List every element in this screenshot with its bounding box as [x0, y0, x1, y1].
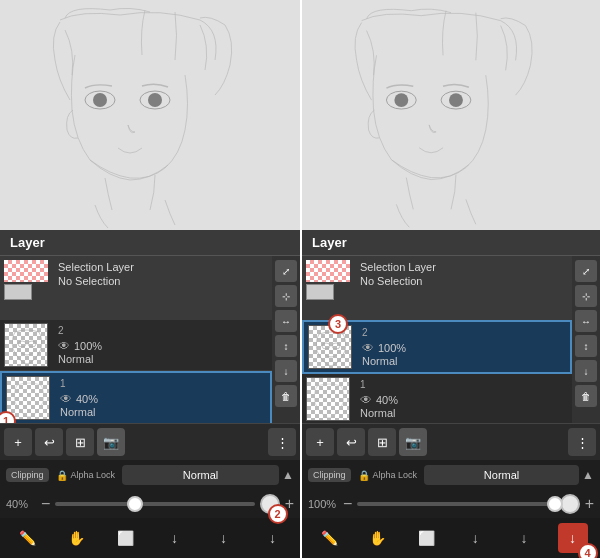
- left-icon-transform[interactable]: ⊹: [275, 285, 297, 307]
- right-plus-icon[interactable]: +: [585, 495, 594, 513]
- right-layer1-thumb: [306, 377, 350, 421]
- right-toolbar-more[interactable]: ⋮: [568, 428, 596, 456]
- left-canvas: [0, 0, 300, 230]
- left-icon-fliph[interactable]: ↔: [275, 310, 297, 332]
- svg-point-3: [148, 93, 162, 107]
- right-action-down2[interactable]: ↓: [509, 523, 539, 553]
- right-blend-mode[interactable]: Normal: [424, 465, 579, 485]
- svg-point-4: [18, 341, 26, 347]
- right-selection-sub: No Selection: [360, 274, 568, 288]
- right-radio-circle[interactable]: [560, 494, 580, 514]
- right-layer-list[interactable]: Selection Layer No Selection 3: [302, 256, 572, 423]
- right-layer-panel: Layer Selection Layer No Selection: [302, 230, 600, 460]
- right-minus-icon[interactable]: −: [343, 495, 352, 513]
- right-action-brush[interactable]: ✏️: [314, 523, 344, 553]
- left-layer-list[interactable]: Selection Layer No Selection: [0, 256, 272, 423]
- right-icon-trash[interactable]: 🗑: [575, 385, 597, 407]
- left-opacity-slider[interactable]: [55, 502, 254, 506]
- right-toolbar-arrow[interactable]: ↩: [337, 428, 365, 456]
- left-opacity-thumb[interactable]: [127, 496, 143, 512]
- right-layer1-thumb-svg: [307, 378, 350, 421]
- left-layer-toolbar: + ↩ ⊞ 📷 ⋮: [0, 423, 300, 460]
- right-layer1[interactable]: 1 👁 40% Normal: [302, 374, 572, 423]
- right-selection-thumb-bottom: [306, 284, 334, 300]
- right-action-smudge[interactable]: ✋: [363, 523, 393, 553]
- right-toolbar-addsq[interactable]: ⊞: [368, 428, 396, 456]
- right-icon-transform[interactable]: ⊹: [575, 285, 597, 307]
- left-layer2-eye: 👁: [58, 339, 70, 353]
- left-icon-move[interactable]: ⤢: [275, 260, 297, 282]
- right-layer2-props: 👁 100%: [362, 341, 566, 355]
- left-layer1[interactable]: 1 1 👁 40%: [0, 371, 272, 423]
- right-badge4-container: ↓ 4: [558, 523, 588, 553]
- right-right-icons: ⤢ ⊹ ↔ ↕ ↓ 🗑: [572, 256, 600, 423]
- left-selection-info: Selection Layer No Selection: [58, 260, 268, 289]
- right-icon-move[interactable]: ⤢: [575, 260, 597, 282]
- right-canvas: [302, 0, 600, 230]
- right-layer2-opacity: 100%: [378, 342, 406, 354]
- right-action-eraser[interactable]: ⬜: [412, 523, 442, 553]
- svg-point-10: [322, 343, 330, 349]
- left-bottom-toolbar: Clipping 🔒 Alpha Lock Normal ▲: [0, 460, 300, 490]
- left-chevron-up[interactable]: ▲: [282, 468, 294, 482]
- left-minus-icon[interactable]: −: [41, 495, 50, 513]
- left-icon-down[interactable]: ↓: [275, 360, 297, 382]
- left-icon-flipv[interactable]: ↕: [275, 335, 297, 357]
- left-action-down1[interactable]: ↓: [160, 523, 190, 553]
- right-action-down1[interactable]: ↓: [460, 523, 490, 553]
- left-toolbar-add[interactable]: +: [4, 428, 32, 456]
- left-toolbar-arrow[interactable]: ↩: [35, 428, 63, 456]
- right-selection-layer[interactable]: Selection Layer No Selection: [302, 256, 572, 320]
- right-icon-down[interactable]: ↓: [575, 360, 597, 382]
- right-icon-flipv[interactable]: ↕: [575, 335, 597, 357]
- right-layer2-eye: 👁: [362, 341, 374, 355]
- right-layer2-info: 2 👁 100% Normal: [362, 327, 566, 367]
- left-action-eraser[interactable]: ⬜: [111, 523, 141, 553]
- right-layer-title: Layer: [312, 235, 347, 250]
- right-toolbar-camera[interactable]: 📷: [399, 428, 427, 456]
- left-action-bar: ✏️ ✋ ⬜ ↓ ↓ ↓: [0, 518, 300, 558]
- right-action-bar: ✏️ ✋ ⬜ ↓ ↓ ↓ 4: [302, 518, 600, 558]
- right-layer1-num: 1: [360, 379, 568, 390]
- right-layer2[interactable]: 3 2: [302, 320, 572, 374]
- left-action-brush[interactable]: ✏️: [13, 523, 43, 553]
- left-layer2-info: 2 👁 100% Normal: [58, 325, 268, 365]
- left-action-smudge[interactable]: ✋: [62, 523, 92, 553]
- left-toolbar-addsq[interactable]: ⊞: [66, 428, 94, 456]
- right-layer-header: Layer: [302, 230, 600, 256]
- left-layer2-props: 👁 100%: [58, 339, 268, 353]
- svg-point-5: [28, 341, 36, 347]
- left-sketch-svg: [0, 0, 300, 230]
- left-layer-title: Layer: [10, 235, 45, 250]
- left-layer1-props: 👁 40%: [60, 392, 266, 406]
- left-clipping-btn[interactable]: Clipping: [6, 468, 49, 482]
- right-clipping-btn[interactable]: Clipping: [308, 468, 351, 482]
- right-lock-icon: 🔒: [358, 470, 370, 481]
- left-panel: Layer Selection Layer No Selection: [0, 0, 300, 558]
- left-layer-panel: Layer Selection Layer No Selection: [0, 230, 300, 460]
- right-icon-fliph[interactable]: ↔: [575, 310, 597, 332]
- svg-point-1: [93, 93, 107, 107]
- left-opacity-label: 40%: [6, 498, 36, 510]
- svg-point-9: [449, 93, 463, 107]
- left-layer1-info: 1 👁 40% Normal: [60, 378, 266, 418]
- left-layer2[interactable]: 2 👁 100% Normal: [0, 320, 272, 371]
- left-selection-name: Selection Layer: [58, 260, 268, 274]
- left-selection-layer[interactable]: Selection Layer No Selection: [0, 256, 272, 320]
- left-action-down3[interactable]: ↓: [258, 523, 288, 553]
- right-chevron-up[interactable]: ▲: [582, 468, 594, 482]
- right-selection-thumb: [306, 260, 350, 304]
- right-opacity-slider[interactable]: [357, 502, 554, 506]
- left-layer1-opacity: 40%: [76, 393, 98, 405]
- left-blend-mode[interactable]: Normal: [122, 465, 279, 485]
- right-toolbar-add[interactable]: +: [306, 428, 334, 456]
- right-alphalock-label: Alpha Lock: [373, 470, 418, 480]
- left-toolbar-more[interactable]: ⋮: [268, 428, 296, 456]
- right-layer1-mode: Normal: [360, 407, 568, 419]
- right-selection-thumb-top: [306, 260, 350, 282]
- left-toolbar-camera[interactable]: 📷: [97, 428, 125, 456]
- left-icon-trash[interactable]: 🗑: [275, 385, 297, 407]
- right-opacity-thumb[interactable]: [547, 496, 563, 512]
- left-action-down2[interactable]: ↓: [209, 523, 239, 553]
- right-layer2-thumb-svg: [309, 326, 352, 369]
